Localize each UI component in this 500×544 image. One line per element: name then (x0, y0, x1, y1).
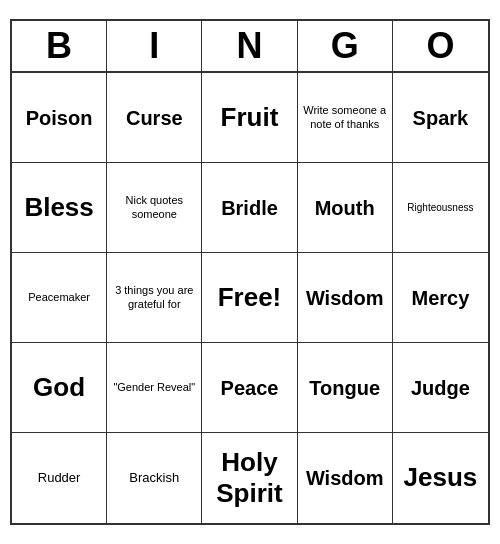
cell-text-r1-c0: Bless (24, 192, 93, 223)
cell-text-r3-c4: Judge (411, 376, 470, 400)
cell-text-r3-c0: God (33, 372, 85, 403)
header-letter-i: I (107, 21, 202, 71)
cell-text-r1-c2: Bridle (221, 196, 278, 220)
bingo-grid: PoisonCurseFruitWrite someone a note of … (12, 73, 488, 523)
bingo-cell-r1-c3: Mouth (298, 163, 393, 253)
cell-text-r1-c4: Righteousness (407, 202, 473, 214)
cell-text-r2-c1: 3 things you are grateful for (111, 284, 197, 310)
cell-text-r0-c2: Fruit (221, 102, 279, 133)
bingo-cell-r2-c3: Wisdom (298, 253, 393, 343)
bingo-cell-r4-c3: Wisdom (298, 433, 393, 523)
bingo-cell-r4-c1: Brackish (107, 433, 202, 523)
bingo-cell-r4-c2: Holy Spirit (202, 433, 297, 523)
header-letter-n: N (202, 21, 297, 71)
bingo-cell-r1-c4: Righteousness (393, 163, 488, 253)
cell-text-r4-c1: Brackish (129, 470, 179, 486)
bingo-cell-r1-c1: Nick quotes someone (107, 163, 202, 253)
header-letter-g: G (298, 21, 393, 71)
bingo-cell-r4-c0: Rudder (12, 433, 107, 523)
bingo-cell-r3-c1: "Gender Reveal" (107, 343, 202, 433)
bingo-cell-r3-c0: God (12, 343, 107, 433)
bingo-cell-r0-c3: Write someone a note of thanks (298, 73, 393, 163)
cell-text-r0-c1: Curse (126, 106, 183, 130)
bingo-header: BINGO (12, 21, 488, 73)
cell-text-r0-c4: Spark (413, 106, 469, 130)
cell-text-r4-c4: Jesus (404, 462, 478, 493)
bingo-cell-r1-c0: Bless (12, 163, 107, 253)
bingo-cell-r3-c4: Judge (393, 343, 488, 433)
cell-text-r3-c3: Tongue (309, 376, 380, 400)
cell-text-r4-c3: Wisdom (306, 466, 384, 490)
cell-text-r3-c2: Peace (221, 376, 279, 400)
bingo-cell-r2-c4: Mercy (393, 253, 488, 343)
bingo-cell-r3-c2: Peace (202, 343, 297, 433)
cell-text-r1-c3: Mouth (315, 196, 375, 220)
cell-text-r2-c4: Mercy (411, 286, 469, 310)
cell-text-r0-c0: Poison (26, 106, 93, 130)
cell-text-r2-c2: Free! (218, 282, 282, 313)
cell-text-r3-c1: "Gender Reveal" (113, 381, 195, 394)
bingo-cell-r0-c1: Curse (107, 73, 202, 163)
cell-text-r4-c2: Holy Spirit (206, 447, 292, 509)
bingo-cell-r2-c2: Free! (202, 253, 297, 343)
cell-text-r2-c3: Wisdom (306, 286, 384, 310)
bingo-cell-r3-c3: Tongue (298, 343, 393, 433)
cell-text-r2-c0: Peacemaker (28, 291, 90, 304)
bingo-card: BINGO PoisonCurseFruitWrite someone a no… (10, 19, 490, 525)
header-letter-o: O (393, 21, 488, 71)
bingo-cell-r0-c0: Poison (12, 73, 107, 163)
bingo-cell-r0-c2: Fruit (202, 73, 297, 163)
cell-text-r1-c1: Nick quotes someone (111, 194, 197, 220)
bingo-cell-r0-c4: Spark (393, 73, 488, 163)
cell-text-r4-c0: Rudder (38, 470, 81, 486)
header-letter-b: B (12, 21, 107, 71)
bingo-cell-r1-c2: Bridle (202, 163, 297, 253)
bingo-cell-r2-c0: Peacemaker (12, 253, 107, 343)
bingo-cell-r4-c4: Jesus (393, 433, 488, 523)
cell-text-r0-c3: Write someone a note of thanks (302, 104, 388, 130)
bingo-cell-r2-c1: 3 things you are grateful for (107, 253, 202, 343)
